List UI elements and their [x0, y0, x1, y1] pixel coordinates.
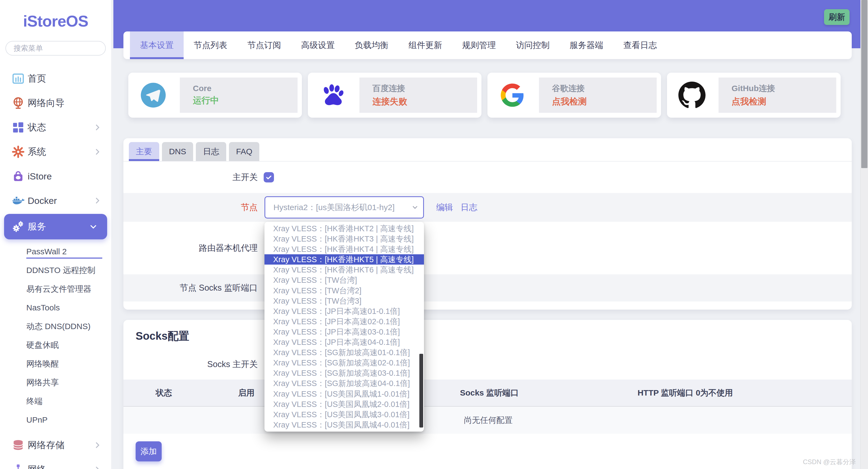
- sidebar-item-home[interactable]: 首页: [0, 66, 111, 91]
- subtab-main[interactable]: 主要: [129, 142, 159, 161]
- app-logo: iStoreOS: [0, 12, 111, 30]
- status-value: 运行中: [193, 95, 298, 106]
- subtab-log[interactable]: 日志: [196, 142, 226, 161]
- tab-component-update[interactable]: 组件更新: [399, 31, 452, 59]
- sidebar-item-services[interactable]: 服务: [4, 214, 107, 239]
- sidebar-nav: 首页 网络向导 状态 系统: [0, 66, 111, 469]
- dropdown-option[interactable]: Xray VLESS：[SG新加坡高速01-0.1倍]: [265, 347, 424, 358]
- refresh-button[interactable]: 刷新: [824, 9, 849, 25]
- dropdown-option[interactable]: Xray VLESS：[HK香港HKT3 | 高速专线]: [265, 234, 424, 244]
- google-status-card[interactable]: 谷歌连接 点我检测: [488, 73, 661, 118]
- dropdown-option[interactable]: Xray VLESS：[HK香港HKT2 | 高速专线]: [265, 223, 424, 234]
- dropdown-scrollbar-thumb[interactable]: [420, 354, 423, 428]
- submenu-item-passwall2[interactable]: PassWall 2: [0, 242, 111, 261]
- submenu-item-nastools[interactable]: NasTools: [0, 298, 111, 317]
- grid-icon: [11, 120, 26, 135]
- sidebar-item-system[interactable]: 系统: [0, 140, 111, 164]
- github-status-card[interactable]: GitHub连接 点我检测: [667, 73, 841, 118]
- sidebar-item-network-storage[interactable]: 网络存储: [0, 433, 111, 457]
- sidebar-item-label: Docker: [28, 196, 57, 206]
- submenu-item-wol[interactable]: 网络唤醒: [0, 354, 111, 373]
- sidebar-item-network-wizard[interactable]: 网络向导: [0, 91, 111, 115]
- store-bag-icon: [11, 169, 26, 183]
- tab-server-side[interactable]: 服务器端: [560, 31, 613, 59]
- add-button[interactable]: 添加: [135, 441, 162, 461]
- main-switch-checkbox[interactable]: [264, 172, 274, 182]
- main-area: 刷新 基本设置 节点列表 节点订阅 高级设置 负载均衡 组件更新 规则管理 访问…: [113, 0, 868, 469]
- submenu-item-ddnsto[interactable]: DDNSTO 远程控制: [0, 261, 111, 279]
- dropdown-option[interactable]: Xray VLESS：[US美国凤凰城2-0.01倍]: [265, 399, 424, 409]
- chevron-right-icon: [93, 197, 101, 205]
- dropdown-option[interactable]: Xray VLESS：[JP日本高速02-0.1倍]: [265, 316, 424, 327]
- dropdown-option[interactable]: Xray VLESS：[JP日本高速04-0.1倍]: [265, 337, 424, 347]
- tab-rule-management[interactable]: 规则管理: [452, 31, 506, 59]
- submenu-item-terminal[interactable]: 终端: [0, 392, 111, 410]
- status-value: 连接失败: [372, 96, 477, 108]
- submenu-item-disk-sleep[interactable]: 硬盘休眠: [0, 336, 111, 354]
- socks-table-header: 状态 启用 Socks 监听端口 HTTP 监听端口 0为不使用: [123, 379, 852, 406]
- dropdown-option[interactable]: Xray VLESS：[US美国凤凰城1-0.01倍]: [265, 389, 424, 399]
- home-chart-icon: [11, 71, 26, 86]
- dropdown-option[interactable]: Xray VLESS：[US美国凤凰城4-0.01倍]: [265, 420, 424, 430]
- node-edit-link[interactable]: 编辑: [436, 202, 453, 213]
- status-panel: 谷歌连接 点我检测: [539, 77, 657, 113]
- dropdown-option[interactable]: Xray VLESS：[TW台湾2]: [265, 286, 424, 296]
- chevron-right-icon: [93, 466, 101, 469]
- sidebar-item-label: 首页: [28, 72, 46, 85]
- submenu-item-network-share[interactable]: 网络共享: [0, 373, 111, 392]
- subtab-faq[interactable]: FAQ: [229, 142, 259, 161]
- dropdown-option[interactable]: Xray VLESS：[SG新加坡高速04-0.1倍]: [265, 378, 424, 389]
- router-proxy-label: 路由器本机代理: [123, 242, 258, 254]
- dropdown-option-selected[interactable]: Xray VLESS：[HK香港HKT5 | 高速专线]: [265, 254, 424, 265]
- settings-subtabs: 主要 DNS 日志 FAQ: [123, 138, 852, 162]
- socks-main-switch-label: Socks 主开关: [123, 359, 258, 370]
- database-icon: [11, 438, 26, 453]
- node-select[interactable]: Hysteria2：[us美国洛杉矶01-hy2]: [265, 196, 424, 219]
- search-input[interactable]: [5, 41, 106, 56]
- services-submenu: PassWall 2 DDNSTO 远程控制 易有云文件管理器 NasTools…: [0, 242, 111, 429]
- main-switch-row: 主开关: [123, 162, 852, 193]
- baidu-status-card[interactable]: 百度连接 连接失败: [308, 73, 482, 118]
- main-switch-label: 主开关: [123, 172, 258, 183]
- sidebar-item-istore[interactable]: iStore: [0, 164, 111, 189]
- submenu-item-linkease[interactable]: 易有云文件管理器: [0, 279, 111, 298]
- dropdown-option[interactable]: Xray VLESS：[JP日本高速03-0.1倍]: [265, 327, 424, 337]
- chevron-right-icon: [93, 148, 101, 156]
- status-value: 点我检测: [552, 96, 657, 108]
- col-socks-port: Socks 监听端口: [460, 388, 519, 399]
- submenu-item-upnp[interactable]: UPnP: [0, 410, 111, 429]
- status-title: GitHub连接: [732, 83, 836, 94]
- dropdown-option[interactable]: Xray VLESS：[HK香港HKT6 | 高速专线]: [265, 265, 424, 275]
- submenu-item-ddns[interactable]: 动态 DNS(DDNS): [0, 317, 111, 336]
- sidebar-item-status[interactable]: 状态: [0, 115, 111, 140]
- google-icon: [499, 81, 526, 109]
- tab-advanced-settings[interactable]: 高级设置: [291, 31, 345, 59]
- sidebar-item-label: 网络向导: [28, 97, 65, 109]
- sidebar-item-docker[interactable]: Docker: [0, 189, 111, 213]
- dropdown-option[interactable]: Xray VLESS：[SG新加坡高速03-0.1倍]: [265, 368, 424, 378]
- col-status: 状态: [156, 388, 172, 399]
- sidebar-item-network[interactable]: 网络: [0, 457, 111, 469]
- page-scrollbar-thumb[interactable]: [861, 0, 867, 168]
- node-log-link[interactable]: 日志: [461, 202, 477, 213]
- dropdown-option[interactable]: Xray VLESS：[US美国凤凰城3-0.01倍]: [265, 409, 424, 420]
- dropdown-option[interactable]: Xray VLESS：[TW台湾3]: [265, 296, 424, 306]
- tab-view-logs[interactable]: 查看日志: [613, 31, 667, 59]
- tab-access-control[interactable]: 访问控制: [506, 31, 560, 59]
- status-cards-row: Core 运行中 百度连接 连接失败 谷歌连接 点我检测: [128, 73, 847, 118]
- sidebar-item-label: 状态: [28, 121, 46, 134]
- dropdown-option[interactable]: Xray VLESS：[TW台湾]: [265, 275, 424, 285]
- tab-load-balancing[interactable]: 负载均衡: [345, 31, 399, 59]
- dropdown-option[interactable]: Xray VLESS：[HK香港HKT4 | 高速专线]: [265, 244, 424, 254]
- status-panel: 百度连接 连接失败: [360, 77, 477, 113]
- subtab-dns[interactable]: DNS: [162, 142, 193, 161]
- core-status-card[interactable]: Core 运行中: [128, 73, 302, 118]
- tab-basic-settings[interactable]: 基本设置: [130, 31, 184, 59]
- status-title: Core: [193, 84, 298, 93]
- dropdown-option[interactable]: Xray VLESS：[SG新加坡高速02-0.1倍]: [265, 358, 424, 368]
- page-scrollbar[interactable]: [860, 0, 868, 469]
- col-http-port: HTTP 监听端口 0为不使用: [638, 388, 733, 399]
- tab-node-list[interactable]: 节点列表: [184, 31, 237, 59]
- dropdown-option[interactable]: Xray VLESS：[JP日本高速01-0.1倍]: [265, 306, 424, 316]
- tab-node-subscribe[interactable]: 节点订阅: [237, 31, 291, 59]
